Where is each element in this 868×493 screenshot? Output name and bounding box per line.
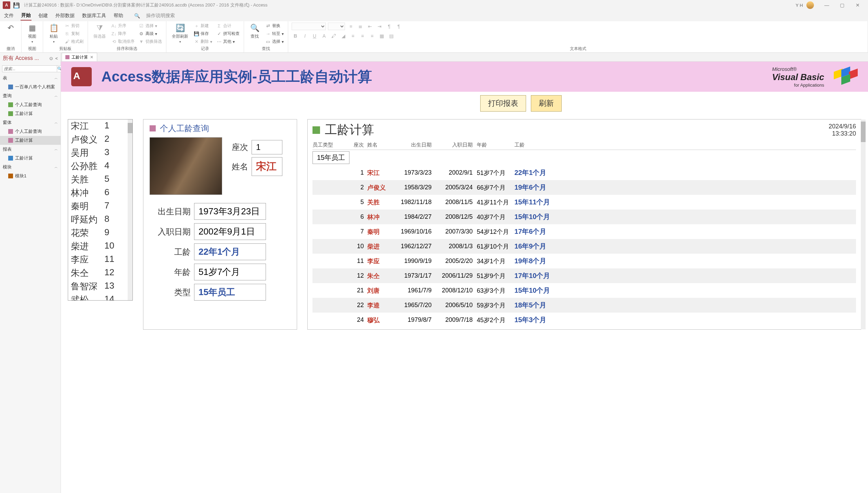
menu-dbtools[interactable]: 数据库工具: [81, 11, 107, 20]
goto-button[interactable]: →转至 ▾: [265, 30, 284, 37]
cut-button[interactable]: ✂剪切: [64, 23, 84, 29]
replace-button[interactable]: ⇄替换: [265, 23, 284, 29]
delete-record-button[interactable]: ✕删除 ▾: [193, 38, 213, 45]
sort-asc-button[interactable]: A↓升序: [111, 23, 135, 29]
menu-external[interactable]: 外部数据: [55, 11, 75, 20]
list-row[interactable]: 关胜5: [68, 173, 132, 186]
list-row[interactable]: 李应11: [68, 253, 132, 266]
menu-help[interactable]: 帮助: [113, 11, 124, 20]
document-tab[interactable]: 工龄计算✕: [62, 53, 97, 61]
nav-module-item[interactable]: 模块1: [0, 172, 61, 180]
list-row[interactable]: 林冲6: [68, 186, 132, 200]
list-row[interactable]: 吴用3: [68, 146, 132, 160]
list-row[interactable]: 卢俊义2: [68, 133, 132, 146]
nav-query-item[interactable]: 工龄计算: [0, 109, 61, 118]
align-left-button[interactable]: ≡: [349, 32, 357, 40]
nav-cat-tables[interactable]: 表︿: [0, 74, 61, 83]
list-row[interactable]: 宋江1: [68, 119, 132, 133]
maximize-button[interactable]: ▢: [834, 2, 850, 8]
fill-color-button[interactable]: ◢: [340, 32, 347, 40]
gridlines-button[interactable]: ▦: [378, 32, 385, 40]
nav-dropdown-icon[interactable]: ⊙: [49, 56, 53, 61]
highlight-button[interactable]: 🖍: [330, 32, 337, 40]
minimize-button[interactable]: —: [819, 2, 834, 8]
clear-sort-button[interactable]: ⟲取消排序: [111, 38, 135, 45]
list-row[interactable]: 呼延灼8: [68, 213, 132, 226]
toggle-filter-button[interactable]: ▼切换筛选: [138, 38, 163, 45]
list-row[interactable]: 花荣9: [68, 226, 132, 240]
sort-desc-button[interactable]: Z↓降序: [111, 30, 135, 37]
view-button[interactable]: ▦视图▾: [25, 23, 39, 44]
new-record-button[interactable]: ＋新建: [193, 23, 213, 29]
spelling-button[interactable]: ✓拼写检查: [216, 30, 240, 37]
report-subform: 工龄计算 2024/9/1613:33:20 员工类型 座次 姓名 出生日期 入…: [307, 119, 861, 330]
nav-form-item[interactable]: 个人工龄查询: [0, 127, 61, 136]
name-value[interactable]: 宋江: [252, 157, 282, 176]
nav-cat-forms[interactable]: 窗体︿: [0, 118, 61, 127]
align-center-button[interactable]: ≡: [359, 32, 366, 40]
list-row[interactable]: 朱仝12: [68, 266, 132, 280]
tell-me-search[interactable]: 操作说明搜索: [146, 13, 175, 19]
nav-form-item-selected[interactable]: 工龄计算: [0, 136, 61, 145]
age-value[interactable]: 51岁7个月: [194, 264, 266, 280]
bullets-icon[interactable]: ≡: [347, 23, 355, 30]
rtl-icon[interactable]: ¶: [395, 23, 403, 30]
list-row[interactable]: 秦明7: [68, 200, 132, 213]
tab-close-icon[interactable]: ✕: [90, 55, 93, 60]
print-report-button[interactable]: 打印报表: [480, 95, 526, 112]
save-record-button[interactable]: 💾保存: [193, 30, 213, 37]
copy-button[interactable]: ⎘复制: [64, 30, 84, 37]
italic-button[interactable]: I: [301, 32, 309, 40]
col-sen: 工龄: [514, 142, 856, 148]
seat-value[interactable]: 1: [252, 140, 282, 154]
birth-value[interactable]: 1973年3月23日: [194, 203, 266, 220]
alt-row-button[interactable]: ▤: [387, 32, 395, 40]
scrollbar[interactable]: [861, 119, 866, 329]
indent-inc-icon[interactable]: ⇥: [376, 23, 383, 30]
numbering-icon[interactable]: ≣: [357, 23, 364, 30]
nav-collapse-icon[interactable]: <: [55, 56, 58, 61]
type-value[interactable]: 15年员工: [194, 284, 266, 301]
paste-button[interactable]: 📋粘贴▾: [47, 23, 61, 44]
avatar[interactable]: [806, 1, 814, 9]
menu-file[interactable]: 文件: [3, 11, 14, 20]
filter-button[interactable]: ⧩筛选器: [91, 23, 108, 40]
nav-search-input[interactable]: [2, 65, 57, 72]
hire-value[interactable]: 2002年9月1日: [194, 223, 266, 240]
font-color-button[interactable]: A: [320, 32, 328, 40]
selection-button[interactable]: ☑选择 ▾: [138, 23, 163, 29]
bold-button[interactable]: B: [292, 32, 299, 40]
underline-button[interactable]: U: [311, 32, 318, 40]
close-button[interactable]: ✕: [850, 2, 865, 8]
indent-dec-icon[interactable]: ⇤: [366, 23, 374, 30]
advanced-button[interactable]: ⚙高级 ▾: [138, 30, 163, 37]
refresh-all-button[interactable]: 🔄全部刷新▾: [170, 23, 190, 44]
nav-report-item[interactable]: 工龄计算: [0, 154, 61, 163]
totals-button[interactable]: Σ合计: [216, 23, 240, 29]
scrollbar[interactable]: [128, 119, 132, 300]
list-row[interactable]: 武松14: [68, 293, 132, 301]
list-row[interactable]: 柴进10: [68, 240, 132, 253]
list-row[interactable]: 公孙胜4: [68, 160, 132, 173]
select-button[interactable]: ▭选择 ▾: [265, 38, 284, 45]
nav-cat-queries[interactable]: 查询︿: [0, 91, 61, 100]
ltr-icon[interactable]: ¶: [385, 23, 393, 30]
undo-button[interactable]: ↶: [3, 23, 18, 34]
format-painter-button[interactable]: 🖌格式刷: [64, 38, 84, 45]
employee-listbox[interactable]: 宋江1卢俊义2吴用3公孙胜4关胜5林冲6秦明7呼延灼8花荣9柴进10李应11朱仝…: [68, 119, 133, 301]
nav-table-item[interactable]: 一百单八将个人档案: [0, 83, 61, 91]
font-family-select[interactable]: [292, 23, 326, 30]
refresh-button[interactable]: 刷新: [531, 95, 562, 112]
nav-query-item[interactable]: 个人工龄查询: [0, 100, 61, 109]
menu-home[interactable]: 开始: [21, 11, 31, 21]
font-size-select[interactable]: [328, 23, 345, 30]
more-button[interactable]: ⋯其他 ▾: [216, 38, 240, 45]
seniority-value[interactable]: 22年1个月: [194, 243, 266, 260]
save-icon[interactable]: 💾: [13, 2, 20, 9]
nav-cat-modules[interactable]: 模块︿: [0, 163, 61, 172]
align-right-button[interactable]: ≡: [368, 32, 376, 40]
find-button[interactable]: 🔍查找: [247, 23, 262, 40]
list-row[interactable]: 鲁智深13: [68, 280, 132, 293]
menu-create[interactable]: 创建: [38, 11, 49, 20]
nav-cat-reports[interactable]: 报表︿: [0, 145, 61, 154]
